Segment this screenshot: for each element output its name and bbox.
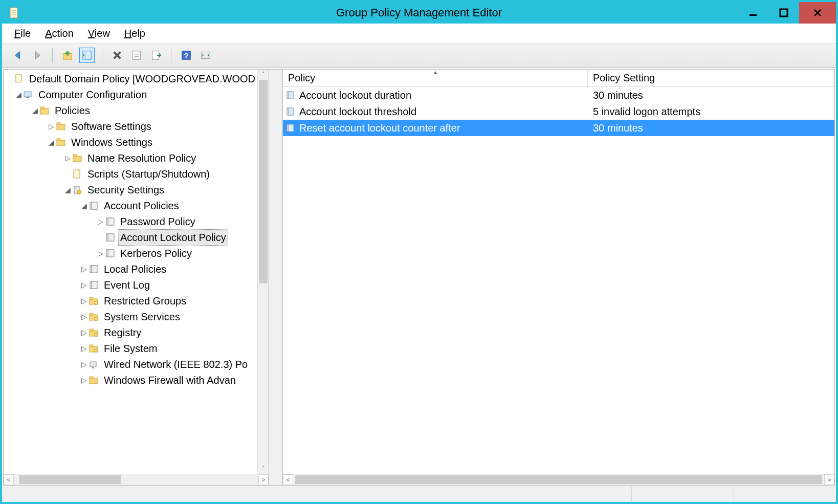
- svg-rect-38: [108, 218, 114, 225]
- svg-rect-59: [90, 362, 96, 367]
- tree-node-system-services[interactable]: ▷System Services: [4, 309, 257, 324]
- folder-lock-icon: [89, 327, 99, 338]
- help-button[interactable]: ?: [179, 48, 194, 63]
- status-segment: [734, 487, 836, 502]
- show-hide-tree-button[interactable]: [79, 48, 95, 63]
- maximize-button[interactable]: [768, 2, 799, 24]
- menu-file[interactable]: File: [14, 28, 31, 39]
- svg-rect-31: [73, 155, 77, 157]
- policy-item-icon: [286, 90, 296, 100]
- svg-rect-32: [74, 170, 80, 178]
- forward-button[interactable]: [30, 48, 45, 63]
- tree-node-kerberos-policy[interactable]: ▷Kerberos Policy: [4, 245, 257, 261]
- export-button[interactable]: [148, 48, 164, 63]
- scroll-left-icon[interactable]: <: [4, 474, 14, 485]
- cell-policy: Reset account lockout counter after: [283, 122, 588, 134]
- tree-node-password-policy[interactable]: ▷Password Policy: [4, 213, 257, 229]
- tree-node-file-system[interactable]: ▷File System: [4, 340, 257, 356]
- cell-policy-label: Reset account lockout counter after: [299, 122, 460, 134]
- filter-button[interactable]: [198, 48, 213, 63]
- list-row[interactable]: Account lockout threshold5 invalid logon…: [283, 103, 834, 120]
- list-pane: Policy Policy Setting Account lockout du…: [282, 69, 835, 486]
- tree-node-wired-network[interactable]: ▷Wired Network (IEEE 802.3) Po: [4, 356, 257, 372]
- tree-node-policies[interactable]: ◢Policies: [4, 102, 257, 118]
- tree-node-scripts[interactable]: Scripts (Startup/Shutdown): [4, 166, 257, 182]
- tree-node-root[interactable]: Default Domain Policy [WOODGROVEAD.WOOD: [4, 71, 257, 86]
- tree-node-name-resolution[interactable]: ▷Name Resolution Policy: [4, 150, 257, 166]
- tree-node-event-log[interactable]: ▷Event Log: [4, 277, 257, 293]
- scroll-icon: [14, 74, 24, 84]
- tree-node-account-policies[interactable]: ◢Account Policies: [4, 198, 257, 213]
- delete-button[interactable]: [109, 48, 125, 63]
- svg-rect-60: [92, 367, 94, 368]
- svg-rect-27: [57, 123, 60, 125]
- tree-node-windows-firewall[interactable]: ▷Windows Firewall with Advan: [4, 372, 257, 388]
- folder-icon: [89, 375, 99, 385]
- column-header-setting[interactable]: Policy Setting: [588, 70, 834, 86]
- svg-rect-5: [780, 9, 787, 16]
- svg-rect-40: [108, 234, 114, 241]
- menu-help[interactable]: Help: [124, 28, 145, 39]
- tree-node-restricted-groups[interactable]: ▷Restricted Groups: [4, 293, 257, 309]
- scroll-left-icon[interactable]: <: [283, 474, 293, 485]
- list-header: Policy Policy Setting: [283, 70, 834, 87]
- tree-node-local-policies[interactable]: ▷Local Policies: [4, 261, 257, 277]
- scroll-thumb[interactable]: [295, 475, 822, 484]
- svg-rect-26: [57, 124, 65, 130]
- scroll-up-icon[interactable]: ˄: [258, 70, 269, 80]
- app-window: Group Policy Management Editor File Acti…: [0, 0, 838, 504]
- list-row[interactable]: Account lockout duration30 minutes: [283, 87, 834, 103]
- column-header-policy[interactable]: Policy: [283, 70, 588, 86]
- cell-setting: 5 invalid logon attempts: [588, 106, 834, 118]
- svg-rect-61: [90, 378, 98, 384]
- svg-rect-57: [90, 345, 93, 347]
- list-body[interactable]: Account lockout duration30 minutesAccoun…: [283, 87, 834, 474]
- list-row[interactable]: Reset account lockout counter after30 mi…: [283, 120, 834, 136]
- cell-setting: 30 minutes: [588, 90, 834, 101]
- close-button[interactable]: [799, 2, 836, 24]
- svg-rect-54: [90, 329, 93, 331]
- svg-rect-46: [92, 281, 98, 289]
- minimize-button[interactable]: [738, 2, 768, 24]
- scroll-thumb[interactable]: [19, 475, 121, 484]
- tree[interactable]: Default Domain Policy [WOODGROVEAD.WOOD …: [4, 70, 257, 474]
- tree-node-security-settings[interactable]: ◢Security Settings: [4, 182, 257, 198]
- tree-node-account-lockout-policy[interactable]: Account Lockout Policy: [4, 229, 257, 245]
- policy-item-icon: [286, 123, 296, 133]
- scroll-thumb[interactable]: [259, 80, 268, 283]
- titlebar[interactable]: Group Policy Management Editor: [2, 2, 836, 24]
- scroll-right-icon[interactable]: >: [824, 474, 834, 485]
- folder-icon: [56, 137, 66, 147]
- list-hscrollbar[interactable]: < >: [283, 474, 834, 485]
- back-button[interactable]: [10, 48, 26, 63]
- svg-rect-22: [24, 92, 31, 97]
- policy-icon: [89, 201, 99, 211]
- properties-button[interactable]: [129, 48, 144, 63]
- svg-rect-23: [26, 97, 29, 98]
- svg-rect-4: [749, 14, 757, 16]
- tree-node-windows-settings[interactable]: ◢Windows Settings: [4, 134, 257, 150]
- tree-node-registry[interactable]: ▷Registry: [4, 324, 257, 340]
- scroll-down-icon[interactable]: ˅: [258, 464, 269, 474]
- menu-action[interactable]: Action: [45, 28, 74, 39]
- window-controls: [738, 2, 836, 24]
- tree-vscrollbar[interactable]: ˄ ˅: [257, 70, 269, 474]
- splitter[interactable]: [269, 69, 282, 486]
- security-icon: [72, 185, 82, 195]
- tree-node-software-settings[interactable]: ▷Software Settings: [4, 118, 257, 134]
- svg-rect-25: [40, 107, 44, 109]
- tree-node-computer-config[interactable]: ◢Computer Configuration: [4, 86, 257, 102]
- svg-rect-21: [16, 75, 21, 82]
- tree-hscrollbar[interactable]: < >: [4, 474, 269, 485]
- svg-rect-13: [133, 51, 141, 60]
- svg-rect-29: [57, 139, 60, 141]
- policy-item-icon: [286, 106, 296, 117]
- scroll-right-icon[interactable]: >: [258, 474, 269, 485]
- statusbar: [2, 487, 836, 502]
- menu-view[interactable]: View: [88, 28, 110, 39]
- script-icon: [72, 169, 82, 179]
- svg-rect-0: [10, 8, 17, 18]
- up-button[interactable]: [60, 48, 75, 63]
- svg-rect-62: [90, 377, 93, 379]
- computer-icon: [23, 90, 33, 100]
